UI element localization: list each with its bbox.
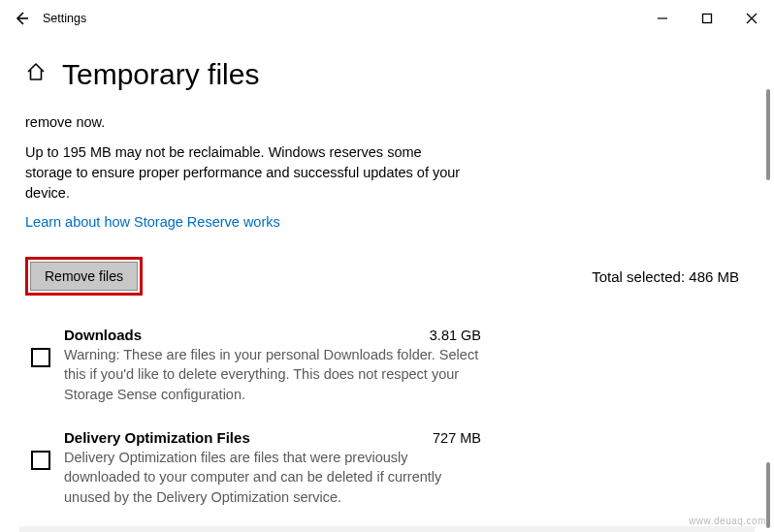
item-size: 3.81 GB [410, 328, 481, 343]
app-title: Settings [43, 12, 86, 25]
item-body: Delivery Optimization Files 727 MB Deliv… [64, 429, 481, 507]
back-button[interactable] [0, 0, 43, 37]
item-desc: Delivery Optimization files are files th… [64, 448, 481, 507]
item-title: Downloads [64, 327, 142, 343]
item-body: Downloads 3.81 GB Warning: These are fil… [64, 327, 481, 404]
intro-partial: remove now. [25, 112, 471, 133]
reserve-note: Up to 195 MB may not be reclaimable. Win… [25, 142, 471, 203]
list-item[interactable]: Windows Update Cleanup 286 MB Windows ke… [19, 526, 755, 532]
minimize-button[interactable] [640, 3, 685, 34]
total-selected: Total selected: 486 MB [592, 268, 739, 285]
scrollbar[interactable] [766, 89, 770, 180]
svg-rect-1 [703, 15, 712, 23]
close-button[interactable] [729, 3, 774, 34]
remove-files-highlight: Remove files [25, 257, 143, 296]
window-controls [640, 3, 774, 34]
checkbox-downloads[interactable] [31, 348, 50, 367]
item-title: Delivery Optimization Files [64, 429, 250, 446]
checkbox-delivery-optimization[interactable] [31, 451, 50, 470]
home-icon[interactable] [25, 61, 47, 88]
maximize-button[interactable] [685, 3, 729, 34]
minimize-icon [657, 13, 668, 24]
list-item[interactable]: Delivery Optimization Files 727 MB Deliv… [25, 423, 749, 526]
action-row: Remove files Total selected: 486 MB [25, 257, 749, 296]
titlebar: Settings [0, 0, 774, 37]
item-desc: Warning: These are files in your persona… [64, 345, 481, 404]
content: Temporary files remove now. Up to 195 MB… [0, 58, 774, 532]
page-title: Temporary files [62, 58, 259, 91]
arrow-left-icon [13, 10, 30, 27]
maximize-icon [701, 13, 713, 24]
watermark: www.deuaq.com [689, 516, 766, 526]
item-size: 727 MB [413, 430, 481, 446]
list-item[interactable]: Downloads 3.81 GB Warning: These are fil… [25, 321, 749, 423]
storage-reserve-link[interactable]: Learn about how Storage Reserve works [25, 214, 280, 230]
remove-files-button[interactable]: Remove files [30, 262, 138, 291]
scrollbar[interactable] [766, 462, 770, 528]
close-icon [746, 13, 758, 24]
page-header: Temporary files [25, 58, 749, 91]
